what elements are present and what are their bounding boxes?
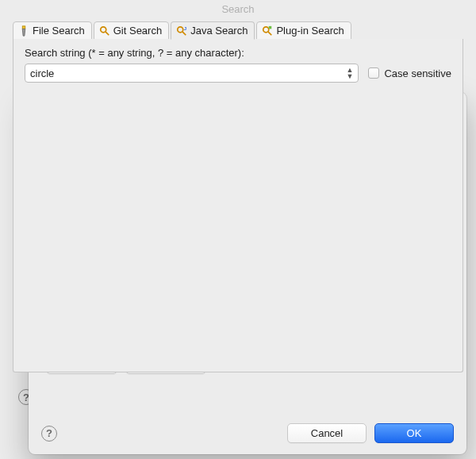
tab-label: Plug-in Search — [276, 25, 344, 37]
search-string-value: circle — [30, 68, 54, 79]
magnifier-j-icon: J — [176, 25, 187, 37]
svg-marker-1 — [22, 29, 25, 36]
checkbox-box-icon — [368, 68, 379, 79]
svg-line-5 — [182, 31, 186, 34]
svg-point-4 — [178, 26, 183, 32]
svg-point-7 — [263, 26, 269, 32]
combo-stepper-icon: ▲▼ — [347, 67, 354, 79]
tab-area: File Search Git Search J Java Search Plu… — [13, 21, 463, 372]
tab-file-search[interactable]: File Search — [13, 21, 92, 40]
flashlight-icon — [18, 25, 29, 37]
case-sensitive-checkbox[interactable]: Case sensitive — [368, 68, 451, 79]
magnifier-icon — [99, 25, 110, 37]
svg-rect-9 — [269, 25, 272, 29]
tab-body: Search string (* = any string, ? = any c… — [13, 39, 463, 372]
magnifier-plug-icon — [262, 25, 273, 37]
case-sensitive-label: Case sensitive — [384, 68, 451, 79]
tab-label: File Search — [33, 25, 85, 37]
tab-java-search[interactable]: J Java Search — [171, 21, 255, 40]
tab-git-search[interactable]: Git Search — [94, 21, 169, 40]
help-button[interactable]: ? — [41, 426, 57, 442]
search-string-label: Search string (* = any string, ? = any c… — [25, 47, 451, 59]
tab-row: File Search Git Search J Java Search Plu… — [13, 21, 463, 40]
tab-plugin-search[interactable]: Plug-in Search — [256, 21, 351, 40]
svg-rect-0 — [22, 25, 25, 29]
tab-label: Java Search — [190, 25, 248, 37]
svg-line-8 — [268, 31, 271, 34]
svg-text:J: J — [184, 25, 186, 31]
window-title: Search — [5, 0, 471, 20]
ok-button[interactable]: OK — [374, 423, 454, 443]
tab-label: Git Search — [113, 25, 162, 37]
svg-point-2 — [101, 26, 106, 32]
cancel-button[interactable]: Cancel — [287, 423, 367, 443]
svg-line-3 — [106, 31, 109, 34]
search-string-combo[interactable]: circle ▲▼ — [25, 64, 359, 83]
